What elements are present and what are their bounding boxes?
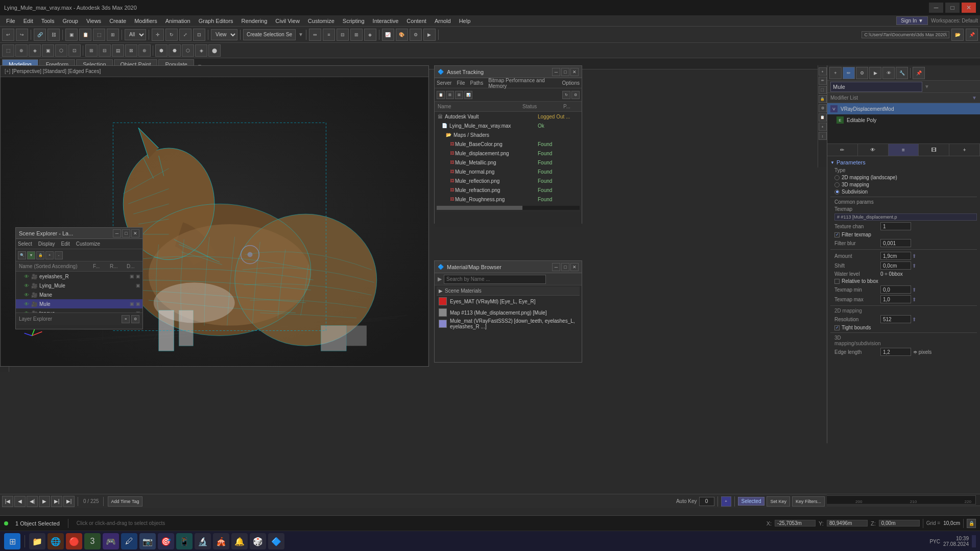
param-amount-spinner[interactable]: ⬆	[912, 253, 916, 259]
goto-start-btn[interactable]: |◀	[2, 496, 13, 507]
tb2-btn9[interactable]: ▤	[112, 44, 124, 57]
at-menu-options[interactable]: Options	[562, 80, 580, 86]
param-3d-radio[interactable]: 3D mapping	[830, 182, 977, 187]
normal-align-button[interactable]: ⊞	[350, 29, 363, 41]
start-btn[interactable]: ⊞	[4, 533, 20, 549]
play-fwd-btn[interactable]: ▶	[39, 496, 50, 507]
se-menu-edit[interactable]: Edit	[61, 241, 70, 247]
taskbar-app8[interactable]: 🔬	[195, 533, 211, 549]
at-menu-paths[interactable]: Paths	[470, 80, 484, 86]
at-item-refr[interactable]: 🖼 Mule_refraction.png Found	[435, 185, 582, 195]
menu-modifiers[interactable]: Modifiers	[130, 17, 161, 25]
menu-file[interactable]: File	[2, 17, 19, 25]
se-item-mule[interactable]: 👁 🎥 Mule ▣ ▣	[16, 299, 142, 308]
se-plus-btn[interactable]: +	[45, 251, 54, 259]
menu-customize[interactable]: Customize	[304, 17, 339, 25]
taskbar-explorer[interactable]: 📁	[29, 533, 45, 549]
tb2-btn16[interactable]: ⬤	[208, 44, 221, 57]
tb2-btn15[interactable]: ◈	[195, 44, 207, 57]
set-key-btn[interactable]: Set Key	[767, 496, 790, 507]
select-button[interactable]: ▣	[65, 29, 78, 41]
select-region-button[interactable]: ⬚	[93, 29, 105, 41]
prev-frame-btn[interactable]: ◀	[14, 496, 26, 507]
radio-subdiv[interactable]	[834, 189, 840, 195]
vtr-btn4[interactable]: 🔒	[819, 95, 827, 103]
taskbar-app2[interactable]: 3️	[84, 533, 101, 549]
rp-tab-params[interactable]: ≡	[889, 144, 919, 156]
render-button[interactable]: ▶	[423, 29, 436, 41]
menu-arnold[interactable]: Arnold	[431, 17, 455, 25]
se-lock-btn[interactable]: 🔒	[36, 251, 44, 259]
mb-close[interactable]: ✕	[570, 263, 579, 271]
at-close[interactable]: ✕	[570, 68, 579, 76]
vtr-btn3[interactable]: ⬚	[819, 86, 827, 94]
param-texchan-input[interactable]	[880, 222, 911, 230]
at-btn2[interactable]: ⊞	[446, 91, 454, 99]
mb-item-map113[interactable]: Map #113 (Mule_displacement.png) [Mule]	[437, 307, 580, 318]
big-plus-btn[interactable]: +	[721, 496, 731, 507]
undo-button[interactable]: ↩	[2, 29, 14, 41]
mb-item-eyes[interactable]: Eyes_MAT (VRayMtl) [Eye_L, Eye_R]	[437, 296, 580, 307]
at-btn3[interactable]: ⊠	[455, 91, 463, 99]
param-resolution-spinner[interactable]: ⬆	[912, 317, 916, 322]
sign-in-button[interactable]: Sign In ▼	[896, 16, 928, 25]
menu-tools[interactable]: Tools	[37, 17, 59, 25]
mb-section-header[interactable]: ▶ Scene Materials	[437, 286, 580, 296]
at-item-max[interactable]: 📄 Lying_Mule_max_vray.max Ok	[435, 121, 582, 130]
param-texmap-value[interactable]: # #113 [Mule_displacement.p	[834, 213, 977, 221]
at-menu-file[interactable]: File	[457, 80, 465, 86]
taskbar-app6[interactable]: 🎯	[158, 533, 174, 549]
material-editor-button[interactable]: 🎨	[396, 29, 408, 41]
param-amount-input[interactable]	[880, 252, 911, 260]
unlink-button[interactable]: ⛓	[47, 29, 60, 41]
param-subdiv-radio[interactable]: Subdivision	[830, 189, 977, 195]
maximize-button[interactable]: □	[945, 3, 960, 13]
play-back-btn[interactable]: ◀|	[27, 496, 38, 507]
menu-civil-view[interactable]: Civil View	[271, 17, 303, 25]
browse-path-button[interactable]: 📂	[951, 29, 964, 41]
graph-editors-button[interactable]: 📈	[382, 29, 394, 41]
param-texmax-spinner[interactable]: ⬆	[912, 297, 916, 302]
taskbar-app3[interactable]: 🎮	[103, 533, 119, 549]
param-texmin-spinner[interactable]: ⬆	[912, 287, 916, 293]
taskbar-app7[interactable]: 📱	[176, 533, 193, 549]
rp-display-btn[interactable]: 👁	[882, 67, 895, 79]
se-close[interactable]: ✕	[131, 229, 139, 237]
at-menu-server[interactable]: Server	[437, 80, 451, 86]
at-item-disp[interactable]: 🖼 Mule_displacement.png Found	[435, 149, 582, 158]
mb-item-mule-mat[interactable]: Mule_mat (VRayFastSSS2) [down_teeth, eye…	[437, 318, 580, 329]
menu-content[interactable]: Content	[402, 17, 431, 25]
mb-search-input[interactable]	[444, 275, 546, 284]
tb2-btn6[interactable]: ⊡	[68, 44, 81, 57]
vtr-btn5[interactable]: ⚙	[819, 104, 827, 112]
se-menu-customize[interactable]: Customize	[76, 241, 100, 247]
tb2-btn7[interactable]: ⊞	[85, 44, 98, 57]
vtr-btn8[interactable]: ↕	[819, 132, 827, 140]
mb-minimize[interactable]: ─	[552, 263, 560, 271]
rp-create-btn[interactable]: +	[829, 67, 842, 79]
rp-tab-extra[interactable]: +	[949, 144, 980, 156]
close-button[interactable]: ✕	[962, 3, 976, 13]
tb2-btn8[interactable]: ⊟	[99, 44, 111, 57]
link-button[interactable]: 🔗	[34, 29, 46, 41]
rp-motion-btn[interactable]: ▶	[869, 67, 881, 79]
tb2-btn3[interactable]: ◈	[29, 44, 41, 57]
param-texmin-input[interactable]	[880, 285, 911, 294]
goto-end-btn[interactable]: ▶|	[63, 496, 75, 507]
quick-align-button[interactable]: ⊟	[337, 29, 349, 41]
se-settings-btn[interactable]: ⚙	[131, 315, 139, 323]
se-item-tongue[interactable]: 👁 🎥 tongue ▣	[16, 308, 142, 313]
render-setup-button[interactable]: ⚙	[410, 29, 422, 41]
se-layers-btn[interactable]: ≡	[122, 315, 130, 323]
taskbar-app9[interactable]: 🎪	[213, 533, 229, 549]
param-resolution-input[interactable]	[880, 315, 911, 323]
at-scrollbar[interactable]	[437, 206, 580, 210]
taskbar-app4[interactable]: 🖊	[121, 533, 137, 549]
window-cross-button[interactable]: ⊞	[107, 29, 119, 41]
rp-tab-anim[interactable]: 🎞	[919, 144, 949, 156]
param-filterblur-input[interactable]	[880, 239, 911, 247]
se-item-lying-mule[interactable]: 👁 🎥 Lying_Mule ▣	[16, 281, 142, 290]
lock-btn[interactable]: 🔒	[967, 519, 976, 528]
select-name-button[interactable]: 📋	[79, 29, 91, 41]
rp-modify-btn[interactable]: ✏	[843, 67, 855, 79]
